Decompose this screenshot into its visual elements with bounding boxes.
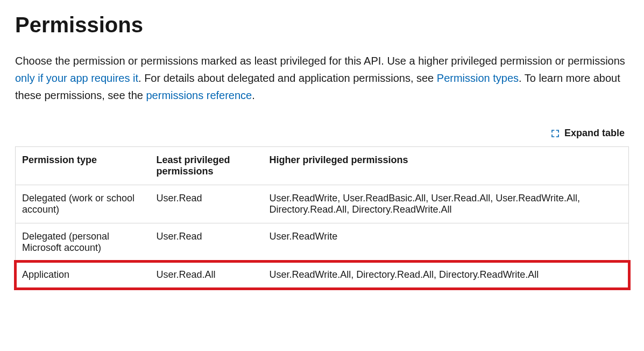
link-permission-types[interactable]: Permission types [437, 72, 519, 84]
link-only-if-required[interactable]: only if your app requires it [15, 72, 138, 84]
cell-least-privileged: User.Read.All [150, 262, 263, 289]
expand-table-label: Expand table [564, 128, 625, 139]
table-header-permission-type: Permission type [16, 147, 150, 185]
intro-text-1: Choose the permission or permissions mar… [15, 55, 625, 67]
cell-least-privileged: User.Read [150, 185, 263, 223]
cell-higher-privileged: User.ReadWrite.All, Directory.Read.All, … [263, 262, 629, 289]
cell-least-privileged: User.Read [150, 223, 263, 262]
page-title: Permissions [15, 13, 629, 37]
intro-paragraph: Choose the permission or permissions mar… [15, 52, 629, 104]
intro-text-2: . For details about delegated and applic… [138, 72, 437, 84]
cell-higher-privileged: User.ReadWrite, User.ReadBasic.All, User… [263, 185, 629, 223]
table-row-highlighted: Application User.Read.All User.ReadWrite… [16, 262, 629, 289]
cell-permission-type: Application [16, 262, 150, 289]
cell-permission-type: Delegated (work or school account) [16, 185, 150, 223]
table-row: Delegated (work or school account) User.… [16, 185, 629, 223]
table-header-least-privileged: Least privileged permissions [150, 147, 263, 185]
link-permissions-reference[interactable]: permissions reference [146, 89, 252, 101]
table-header-higher-privileged: Higher privileged permissions [263, 147, 629, 185]
permissions-table: Permission type Least privileged permiss… [15, 146, 629, 289]
expand-table-button[interactable]: Expand table [550, 125, 625, 141]
table-row: Delegated (personal Microsoft account) U… [16, 223, 629, 262]
cell-permission-type: Delegated (personal Microsoft account) [16, 223, 150, 262]
cell-higher-privileged: User.ReadWrite [263, 223, 629, 262]
expand-icon [550, 129, 560, 138]
intro-text-4: . [252, 89, 255, 101]
